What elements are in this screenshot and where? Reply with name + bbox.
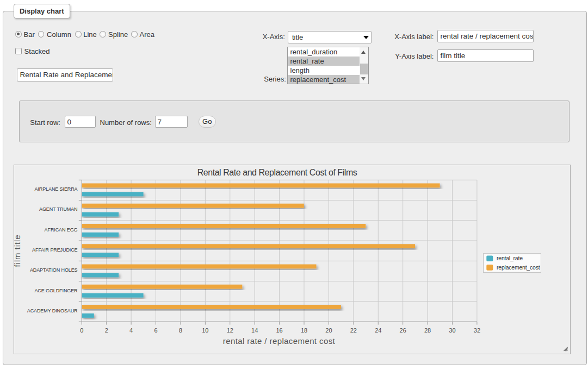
svg-text:26: 26 xyxy=(399,327,406,334)
svg-text:30: 30 xyxy=(449,327,455,334)
svg-text:10: 10 xyxy=(202,327,208,334)
svg-text:ACE GOLDFINGER: ACE GOLDFINGER xyxy=(34,288,78,293)
svg-text:AFFAIR PREJUDICE: AFFAIR PREJUDICE xyxy=(32,247,78,253)
svg-text:32: 32 xyxy=(473,327,480,334)
svg-text:22: 22 xyxy=(350,327,356,334)
svg-text:16: 16 xyxy=(276,327,282,334)
svg-text:12: 12 xyxy=(226,327,233,334)
svg-text:18: 18 xyxy=(300,327,307,334)
svg-text:rental_rate: rental_rate xyxy=(497,255,523,261)
svg-text:AGENT TRUMAN: AGENT TRUMAN xyxy=(39,206,77,212)
svg-text:0: 0 xyxy=(80,327,83,334)
svg-text:8: 8 xyxy=(178,327,182,334)
svg-text:replacement_cost: replacement_cost xyxy=(497,264,540,271)
svg-text:28: 28 xyxy=(424,327,430,334)
svg-text:4: 4 xyxy=(129,327,133,334)
svg-text:2: 2 xyxy=(104,327,108,334)
svg-text:Rental Rate and Replacement Co: Rental Rate and Replacement Cost of Film… xyxy=(197,168,357,177)
svg-text:ACADEMY DINOSAUR: ACADEMY DINOSAUR xyxy=(27,308,77,313)
svg-text:24: 24 xyxy=(375,327,381,334)
svg-text:AIRPLANE SIERRA: AIRPLANE SIERRA xyxy=(34,186,77,192)
svg-text:AFRICAN EGG: AFRICAN EGG xyxy=(44,227,77,233)
svg-text:6: 6 xyxy=(154,327,157,334)
svg-text:14: 14 xyxy=(251,327,258,334)
svg-text:20: 20 xyxy=(325,327,332,334)
svg-text:rental rate / replacement cost: rental rate / replacement cost xyxy=(222,336,335,346)
svg-text:ADAPTATION HOLES: ADAPTATION HOLES xyxy=(29,267,77,273)
svg-text:film title: film title xyxy=(14,235,22,267)
